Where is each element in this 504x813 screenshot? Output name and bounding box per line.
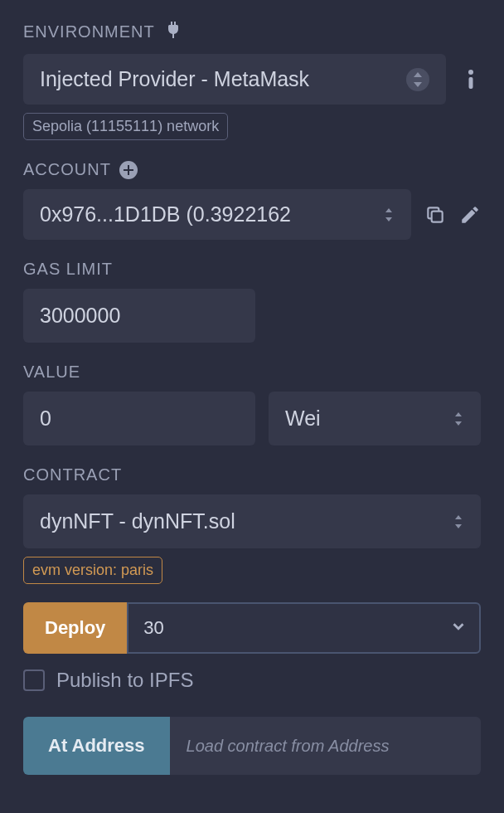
publish-ipfs-label: Publish to IPFS <box>56 669 193 692</box>
value-unit-selected: Wei <box>285 406 321 431</box>
contract-select[interactable]: dynNFT - dynNFT.sol <box>23 494 481 548</box>
value-input[interactable] <box>23 392 255 445</box>
svg-point-0 <box>468 70 473 75</box>
select-arrows-icon <box>406 68 429 91</box>
at-address-input[interactable] <box>170 717 481 775</box>
select-arrows-icon <box>453 514 464 530</box>
select-arrows-icon <box>383 207 395 223</box>
chevron-down-icon[interactable] <box>449 617 468 639</box>
value-unit-select[interactable]: Wei <box>269 392 481 445</box>
edit-icon[interactable] <box>459 204 481 226</box>
info-icon[interactable] <box>461 69 481 90</box>
contract-selected: dynNFT - dynNFT.sol <box>40 509 235 533</box>
contract-label: CONTRACT <box>23 465 122 484</box>
account-label: ACCOUNT <box>23 160 111 179</box>
value-label: VALUE <box>23 363 80 382</box>
svg-rect-1 <box>469 77 473 89</box>
network-badge: Sepolia (11155111) network <box>23 113 228 140</box>
gas-limit-input[interactable] <box>23 289 255 343</box>
plug-icon <box>163 20 183 44</box>
environment-selected: Injected Provider - MetaMask <box>40 67 309 91</box>
environment-label: ENVIRONMENT <box>23 22 155 41</box>
at-address-button[interactable]: At Address <box>23 717 170 775</box>
account-select[interactable]: 0x976...1D1DB (0.3922162 <box>23 189 411 240</box>
svg-rect-2 <box>432 211 443 222</box>
deploy-arg-input[interactable] <box>140 606 449 650</box>
select-arrows-icon <box>453 411 464 427</box>
account-selected: 0x976...1D1DB (0.3922162 <box>40 202 291 226</box>
add-account-icon[interactable] <box>119 161 138 179</box>
deploy-button[interactable]: Deploy <box>23 602 127 654</box>
gas-limit-label: GAS LIMIT <box>23 260 113 279</box>
publish-ipfs-checkbox[interactable] <box>23 669 45 691</box>
copy-icon[interactable] <box>424 204 446 226</box>
environment-select[interactable]: Injected Provider - MetaMask <box>23 54 446 105</box>
evm-version-badge: evm version: paris <box>23 557 162 584</box>
